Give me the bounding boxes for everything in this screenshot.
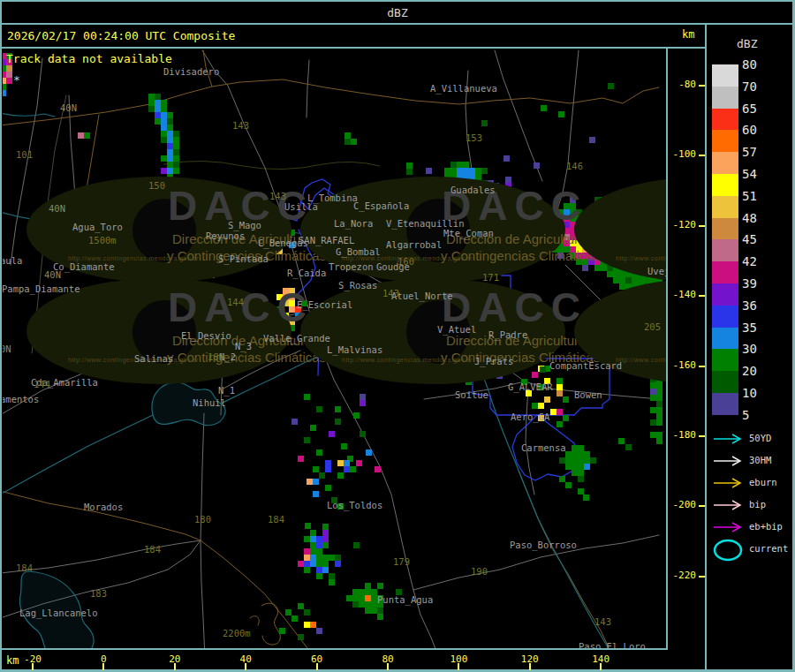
scale-label: 36 [742, 298, 757, 313]
scale-label: 5 [742, 408, 749, 422]
scale-swatch [712, 306, 738, 328]
legend-bip-arrow-icon [712, 498, 746, 512]
scale-label: 54 [742, 167, 757, 181]
scale-title: dBZ [737, 37, 757, 50]
legend-current-ellipse-icon [712, 538, 747, 563]
scale-swatch [712, 261, 738, 283]
scale-swatch [712, 64, 738, 87]
scale-swatch [712, 283, 738, 306]
legend-eburn-arrow-icon [712, 476, 746, 490]
legend-panel: dBZ km 807065605754514845423936353020105… [0, 0, 795, 672]
legend-item-label: eb+bip [749, 521, 783, 532]
scale-swatch [712, 152, 738, 174]
legend-eb+bip-arrow-icon [712, 520, 746, 534]
scale-label: 60 [742, 123, 757, 137]
legend-item-label: 50YD [749, 433, 771, 443]
radar-app-window: { "title_bar": { "title": "dBZ" }, "info… [0, 0, 795, 672]
scale-label: 80 [742, 57, 757, 72]
scale-swatch [712, 328, 738, 350]
scale-swatch [712, 87, 738, 109]
legend-30HM-arrow-icon [712, 454, 746, 468]
x-axis-unit: km [6, 654, 19, 667]
scale-swatch [712, 393, 738, 415]
scale-swatch [712, 371, 738, 393]
scale-label: 39 [742, 276, 757, 291]
legend-item-label: eburn [749, 477, 777, 487]
scale-swatch [712, 349, 738, 371]
scale-swatch [712, 239, 738, 261]
scale-label: 57 [742, 145, 757, 159]
scale-label: 35 [742, 321, 757, 335]
track-status-text: Track data not available [6, 52, 172, 65]
scale-swatch [712, 130, 738, 152]
scale-label: 70 [742, 79, 757, 94]
scale-swatch [712, 174, 738, 196]
scale-label: 42 [742, 254, 757, 268]
legend-item-label: current [749, 543, 788, 554]
scale-label: 10 [742, 386, 757, 400]
scale-label: 65 [742, 102, 757, 116]
scale-label: 20 [742, 364, 757, 378]
legend-item-label: 30HM [749, 455, 771, 465]
scale-swatch [712, 218, 738, 240]
scale-label: 51 [742, 189, 757, 203]
scale-label: 48 [742, 211, 757, 225]
scale-swatch [712, 196, 738, 218]
legend-50YD-arrow-icon [712, 432, 746, 446]
legend-item-label: bip [749, 499, 766, 510]
scale-label: 45 [742, 232, 757, 246]
scale-swatch [712, 109, 738, 131]
radar-site-star: * [13, 73, 20, 87]
scale-label: 30 [742, 342, 757, 356]
